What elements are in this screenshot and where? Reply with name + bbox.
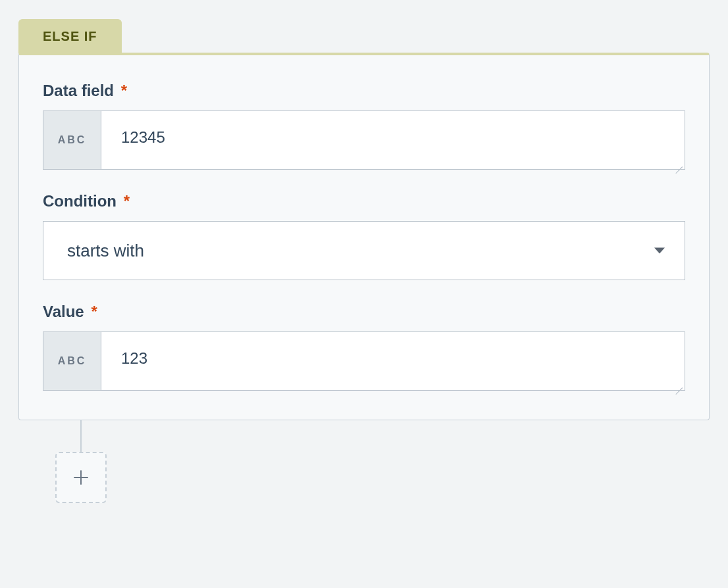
abc-type-badge: ABC bbox=[43, 332, 101, 390]
value-input-wrap: ABC 123 bbox=[43, 331, 685, 391]
else-if-tab[interactable]: ELSE IF bbox=[18, 19, 122, 53]
tab-label: ELSE IF bbox=[43, 29, 97, 43]
value-label-text: Value bbox=[43, 303, 84, 320]
required-marker: * bbox=[124, 192, 130, 210]
abc-text: ABC bbox=[58, 355, 87, 367]
value-group: Value * ABC 123 bbox=[43, 303, 685, 391]
condition-label: Condition * bbox=[43, 192, 685, 210]
plus-icon bbox=[72, 469, 90, 486]
add-step-button[interactable] bbox=[55, 452, 107, 503]
condition-panel: Data field * ABC 12345 Condition * start… bbox=[18, 53, 710, 420]
data-field-label: Data field * bbox=[43, 82, 685, 100]
connector-line bbox=[80, 420, 82, 452]
connector-area bbox=[55, 420, 710, 503]
data-field-group: Data field * ABC 12345 bbox=[43, 82, 685, 170]
condition-group: Condition * starts with bbox=[43, 192, 685, 280]
abc-type-badge: ABC bbox=[43, 111, 101, 169]
value-label: Value * bbox=[43, 303, 685, 321]
condition-label-text: Condition bbox=[43, 192, 117, 210]
value-input[interactable]: 123 bbox=[101, 332, 685, 390]
chevron-down-icon bbox=[654, 248, 665, 254]
required-marker: * bbox=[91, 303, 97, 320]
condition-select[interactable]: starts with bbox=[43, 221, 685, 280]
required-marker: * bbox=[121, 82, 127, 99]
abc-text: ABC bbox=[58, 134, 87, 146]
condition-selected-value: starts with bbox=[67, 241, 144, 261]
data-field-label-text: Data field bbox=[43, 82, 114, 99]
data-field-input[interactable]: 12345 bbox=[101, 111, 685, 169]
data-field-input-wrap: ABC 12345 bbox=[43, 110, 685, 170]
